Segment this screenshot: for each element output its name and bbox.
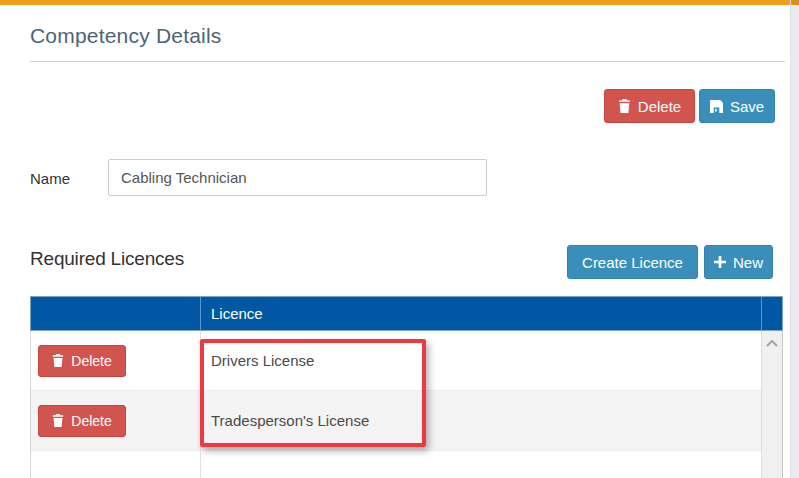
licence-name: Tradesperson's License bbox=[211, 412, 369, 429]
row-delete-button[interactable]: Delete bbox=[38, 405, 126, 437]
create-licence-button-label: Create Licence bbox=[582, 255, 683, 270]
name-input[interactable] bbox=[108, 159, 487, 196]
plus-icon bbox=[714, 256, 726, 268]
competency-details-page: Competency Details Delete Save Name Requ… bbox=[0, 0, 799, 478]
title-divider bbox=[30, 61, 785, 62]
row-delete-button-label: Delete bbox=[71, 414, 111, 428]
licence-table-row[interactable]: Delete Tradesperson's License bbox=[31, 391, 761, 451]
row-licence-cell: Drivers License bbox=[200, 331, 761, 390]
trash-icon bbox=[52, 414, 64, 427]
licence-table-row-empty bbox=[31, 451, 761, 478]
licences-table-body: Delete Drivers License Delete bbox=[30, 331, 761, 478]
row-delete-button-label: Delete bbox=[71, 354, 111, 368]
save-button-label: Save bbox=[730, 99, 764, 114]
create-licence-button[interactable]: Create Licence bbox=[567, 245, 698, 279]
page-title: Competency Details bbox=[30, 24, 222, 48]
floppy-disk-icon bbox=[710, 100, 723, 113]
table-scrollbar[interactable] bbox=[761, 331, 783, 478]
save-button[interactable]: Save bbox=[699, 89, 775, 123]
row-licence-cell: Tradesperson's License bbox=[200, 391, 761, 450]
chevron-up-icon[interactable] bbox=[765, 338, 779, 348]
new-button[interactable]: New bbox=[704, 245, 773, 279]
required-licences-heading: Required Licences bbox=[30, 248, 184, 270]
row-actions-cell: Delete bbox=[31, 405, 200, 437]
row-actions-cell: Delete bbox=[31, 345, 200, 377]
name-label: Name bbox=[30, 170, 70, 187]
window-right-strip bbox=[790, 0, 799, 478]
window-right-strip-corner bbox=[791, 0, 799, 5]
header-cell-scrollbar bbox=[761, 297, 782, 330]
row-delete-button[interactable]: Delete bbox=[38, 345, 126, 377]
trash-icon bbox=[52, 354, 64, 367]
licence-column-header: Licence bbox=[211, 305, 263, 322]
header-cell-licence[interactable]: Licence bbox=[200, 297, 761, 330]
delete-button-label: Delete bbox=[638, 99, 681, 114]
licences-table-header: Licence bbox=[30, 296, 783, 331]
top-accent-bar bbox=[0, 0, 793, 5]
delete-button[interactable]: Delete bbox=[604, 89, 695, 123]
trash-icon bbox=[618, 99, 631, 113]
row-licence-cell bbox=[200, 451, 761, 478]
new-button-label: New bbox=[733, 255, 763, 270]
licence-table-row[interactable]: Delete Drivers License bbox=[31, 331, 761, 391]
licence-name: Drivers License bbox=[211, 352, 314, 369]
header-cell-actions bbox=[31, 297, 200, 330]
